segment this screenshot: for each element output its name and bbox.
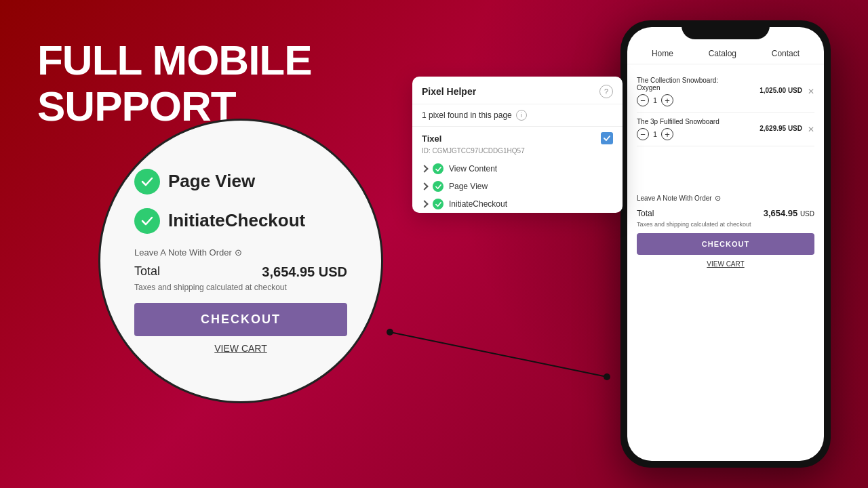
ph-arrow-view-content bbox=[420, 165, 428, 172]
ph-event-initiate-checkout[interactable]: InitiateCheckout bbox=[412, 195, 623, 213]
ph-event-view-content[interactable]: View Content bbox=[412, 160, 623, 178]
badge-pageview-label: Page View bbox=[168, 171, 255, 192]
ph-arrow-initiate-checkout bbox=[420, 200, 428, 207]
main-heading: FULL MOBILE SUPPORT bbox=[37, 37, 312, 129]
qty-plus-2[interactable]: + bbox=[661, 128, 673, 140]
ph-info-icon: i bbox=[516, 110, 527, 121]
qty-minus-1[interactable]: − bbox=[637, 94, 649, 106]
phone-mockup: Home Catalog Contact The Collection Snow… bbox=[620, 20, 831, 468]
circle-total-amount: 3,654.95 USD bbox=[262, 264, 347, 280]
phone-products: The Collection Snowboard: Oxygen − 1 + 1… bbox=[627, 64, 824, 276]
ph-check-view-content bbox=[433, 163, 443, 174]
ph-event-page-view-label: Page View bbox=[449, 182, 488, 191]
phone-tax-note: Taxes and shipping calculated at checkou… bbox=[637, 221, 814, 233]
badge-initiate-checkout: InitiateCheckout bbox=[134, 208, 347, 234]
product-1-name: The Collection Snowboard: Oxygen bbox=[637, 77, 732, 92]
circle-total-row: Total 3,654.95 USD bbox=[134, 264, 347, 280]
phone-viewcart-button[interactable]: VIEW CART bbox=[637, 259, 814, 269]
phone-nav: Home Catalog Contact bbox=[627, 39, 824, 64]
circle-tax-note: Taxes and shipping calculated at checkou… bbox=[134, 283, 347, 292]
phone-nav-contact[interactable]: Contact bbox=[772, 49, 800, 58]
ph-title: Pixel Helper bbox=[422, 86, 476, 97]
circle-content: Page View InitiateCheckout Leave A Note … bbox=[100, 155, 381, 367]
ph-header: Pixel Helper ? bbox=[412, 77, 623, 104]
ph-checkbox[interactable] bbox=[601, 132, 613, 144]
phone-total-label: Total bbox=[637, 209, 654, 218]
product-2-remove[interactable]: ✕ bbox=[808, 125, 814, 134]
ph-pixel-found-text: 1 pixel found in this page bbox=[422, 110, 512, 120]
circle-viewcart-button[interactable]: VIEW CART bbox=[134, 343, 347, 354]
product-2-price: 2,629.95 USD bbox=[760, 125, 802, 132]
product-1-price: 1,025.00 USD bbox=[760, 87, 802, 94]
badge-page-view: Page View bbox=[134, 169, 347, 195]
ph-event-initiate-checkout-label: InitiateCheckout bbox=[449, 199, 507, 209]
circle-total-label: Total bbox=[134, 264, 160, 280]
phone-total-row: Total 3,654.95 USD bbox=[637, 205, 814, 221]
badge-initiatecheckout-label: InitiateCheckout bbox=[168, 210, 305, 231]
phone-product-1: The Collection Snowboard: Oxygen − 1 + 1… bbox=[637, 71, 814, 113]
phone-note-icon: ⊙ bbox=[715, 194, 721, 203]
qty-control-1: − 1 + bbox=[637, 94, 732, 106]
ph-subheader: 1 pixel found in this page i bbox=[412, 104, 623, 127]
circle-zoom: Page View InitiateCheckout Leave A Note … bbox=[98, 119, 383, 403]
phone-total-amount: 3,654.95 USD bbox=[764, 208, 814, 218]
product-2-name: The 3p Fulfilled Snowboard bbox=[637, 118, 719, 125]
qty-2: 1 bbox=[653, 130, 657, 138]
phone-note-row: Leave A Note With Order ⊙ bbox=[637, 187, 814, 205]
ph-tixel-row: Tixel bbox=[412, 127, 623, 147]
phone-checkout-button[interactable]: CHECKOUT bbox=[637, 233, 814, 255]
ph-tixel-name: Tixel bbox=[422, 134, 441, 144]
ph-tixel-id: ID: CGMJGTCC97UCDDG1HQ57 bbox=[412, 147, 623, 160]
ph-help-icon[interactable]: ? bbox=[599, 85, 613, 98]
product-1-remove[interactable]: ✕ bbox=[808, 87, 814, 96]
circle-note-icon: ⊙ bbox=[235, 247, 242, 258]
check-badge-pageview bbox=[134, 169, 160, 195]
qty-1: 1 bbox=[653, 96, 657, 104]
qty-control-2: − 1 + bbox=[637, 128, 719, 140]
pixel-helper-popup: Pixel Helper ? 1 pixel found in this pag… bbox=[412, 77, 623, 213]
phone-note-label: Leave A Note With Order bbox=[637, 195, 712, 202]
phone-nav-catalog[interactable]: Catalog bbox=[709, 49, 736, 58]
ph-event-page-view[interactable]: Page View bbox=[412, 178, 623, 195]
qty-minus-2[interactable]: − bbox=[637, 128, 649, 140]
phone-notch bbox=[682, 20, 770, 39]
ph-check-page-view bbox=[433, 181, 443, 192]
ph-check-initiate-checkout bbox=[433, 199, 443, 209]
circle-note-row: Leave A Note With Order ⊙ bbox=[134, 247, 347, 258]
check-badge-initiatecheckout bbox=[134, 208, 160, 234]
heading-line1: FULL MOBILE bbox=[37, 37, 312, 83]
circle-note-label: Leave A Note With Order bbox=[134, 247, 232, 258]
phone-product-2: The 3p Fulfilled Snowboard − 1 + 2,629.9… bbox=[637, 113, 814, 146]
ph-event-view-content-label: View Content bbox=[449, 164, 497, 174]
phone-nav-home[interactable]: Home bbox=[652, 49, 673, 58]
phone-screen: Home Catalog Contact The Collection Snow… bbox=[627, 27, 824, 461]
qty-plus-1[interactable]: + bbox=[661, 94, 673, 106]
circle-checkout-button[interactable]: CHECKOUT bbox=[134, 303, 347, 336]
ph-arrow-page-view bbox=[420, 182, 428, 190]
